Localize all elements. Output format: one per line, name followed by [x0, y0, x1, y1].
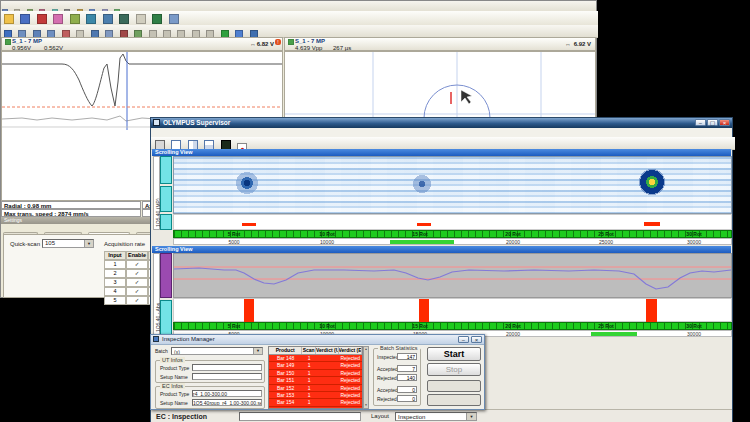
pane2-axis-strip: 1Q5 40 - Abs: [153, 253, 160, 336]
chevron-down-icon[interactable]: ▼: [466, 413, 476, 420]
ec-setup-name-label: Setup Name: [160, 400, 188, 406]
acquisition-main-toolbar: [1, 11, 598, 26]
table-row[interactable]: Bar 1491Rejected: [269, 362, 362, 369]
pane1-axis-strip: 1Q5 40 (MP): [153, 156, 160, 230]
display-icon[interactable]: [119, 14, 129, 24]
clip-icon[interactable]: [70, 14, 80, 24]
ut-setup-name-field[interactable]: [192, 373, 262, 380]
report-icon[interactable]: [86, 14, 96, 24]
minimize-button[interactable]: −: [458, 336, 469, 343]
quick-scan-label: Quick-scan: [10, 241, 40, 248]
ec-range-value: 6.92 V: [574, 41, 591, 48]
supervisor-title: OLYMPUS Supervisor: [163, 119, 230, 126]
table-row[interactable]: Bar 1511Rejected: [269, 377, 362, 384]
pane1-channel-block-1[interactable]: [160, 156, 172, 184]
bscan-heatmap[interactable]: [173, 156, 732, 214]
monitor-icon[interactable]: [152, 14, 162, 24]
inspection-manager-title: Inspection Manager: [162, 336, 215, 342]
reject-bar-2: [419, 299, 429, 322]
pane2-progress-segment: [591, 332, 637, 336]
pane1-position-ruler[interactable]: 5 Rot 10 Rot 15 Rot 20 Rot 25 Rot 30 Rot: [173, 230, 732, 238]
disabled-button-2: [427, 394, 481, 406]
strip-chart-waveform: [174, 254, 731, 297]
pane2-position-ruler[interactable]: 5 Rot 10 Rot 15 Rot 20 Rot 25 Rot 30 Rot: [173, 322, 732, 330]
pane1-channel-block-3[interactable]: [160, 214, 172, 230]
grid-header-input: Input: [104, 251, 126, 260]
results-table[interactable]: Product Scan Verdict (UT) Verdict (EC) B…: [268, 346, 363, 409]
ec-pane-header: S_1 - 7 MP 4.639 Vpp 267 µs ↔ 6.92 V: [284, 37, 596, 51]
results-table-header: Product Scan Verdict (UT) Verdict (EC): [269, 347, 362, 355]
ec-product-type-label: Product Type: [160, 391, 189, 397]
save-icon[interactable]: [20, 14, 30, 24]
scrollbar-up-icon[interactable]: ▲: [364, 347, 368, 352]
ut-product-type-field[interactable]: [192, 364, 262, 371]
chevron-down-icon[interactable]: ▼: [253, 348, 262, 354]
ec-setup-name-field[interactable]: 1Q5 40roup_r4_1.00-300.00.set: [192, 399, 262, 406]
status-mode: EC : Inspection: [156, 413, 207, 421]
table-row[interactable]: Bar 1551Rejected: [269, 407, 362, 409]
supervisor-titlebar[interactable]: OLYMPUS Supervisor − ▢ ×: [151, 118, 732, 128]
batch-label: Batch: [155, 348, 168, 354]
pane2-channel-block-1[interactable]: [160, 253, 172, 298]
table-row[interactable]: Bar 1521Rejected: [269, 385, 362, 392]
scrollbar-down-icon[interactable]: ▼: [364, 403, 368, 408]
grid-header-enable: Enable: [126, 251, 148, 260]
resize-h-icon: ↔: [565, 41, 571, 48]
checkbox-checked-icon[interactable]: ✓: [126, 260, 148, 269]
camera-icon[interactable]: [136, 14, 146, 24]
maximize-button[interactable]: ▢: [707, 119, 718, 126]
minimize-button[interactable]: −: [695, 119, 706, 126]
channel-icon: [5, 39, 11, 45]
batch-statistics-group: Batch Statistics Inspected 147 Accepted …: [373, 348, 421, 406]
quick-scan-combo[interactable]: 105▼: [42, 239, 94, 248]
start-button[interactable]: Start: [427, 347, 481, 361]
table-row[interactable]: Bar 1481Rejected: [269, 355, 362, 362]
inspection-manager-titlebar[interactable]: Inspection Manager − ×: [151, 335, 484, 345]
disabled-button-1: [427, 380, 481, 392]
batch-combo[interactable]: (x)▼: [171, 347, 263, 355]
scrolling-view-2-titlebar[interactable]: Scrolling View: [152, 246, 731, 253]
pane1-scale-bar: 5000 10000 15000 20000 25000 30000: [173, 238, 732, 245]
ascan-pane-header: S_1 - 7 MP 0.956V 0.562V ↔ 6.82 V !: [1, 37, 283, 51]
close-button[interactable]: ×: [719, 119, 730, 126]
pane1-alarm-strip: [173, 214, 732, 230]
checkbox-checked-icon[interactable]: ✓: [126, 278, 148, 287]
chevron-down-icon[interactable]: ▼: [84, 240, 93, 247]
pane1-channel-block-2[interactable]: [160, 186, 172, 212]
table-row[interactable]: Bar 1501Rejected: [269, 370, 362, 377]
reject-bar-1: [244, 299, 254, 322]
layout-combo[interactable]: Inspection▼: [395, 412, 477, 421]
setup-wizard-icon[interactable]: [37, 14, 47, 24]
scrolling-view-1-titlebar[interactable]: Scrolling View: [152, 149, 731, 156]
inspection-manager-window: Inspection Manager − × Batch (x)▼ UT Inf…: [150, 334, 485, 410]
table-row[interactable]: Bar 1541Rejected: [269, 399, 362, 406]
close-button[interactable]: ×: [471, 336, 482, 343]
table-row[interactable]: Bar 1531Rejected: [269, 392, 362, 399]
ec-infos-group: EC Infos Product Type r4_1.00-300.00 Set…: [155, 386, 265, 409]
tools-icon[interactable]: [169, 14, 179, 24]
ec-infos-legend: EC Infos: [160, 383, 185, 389]
strip-chart-area[interactable]: [173, 253, 732, 298]
grid-input: 4: [104, 287, 126, 296]
desktop: S_1 - 7 MP 0.956V 0.562V ↔ 6.82 V ! Radi…: [0, 0, 750, 422]
checkbox-checked-icon[interactable]: ✓: [126, 287, 148, 296]
ascan-range-value: 6.82 V: [257, 41, 274, 48]
app-icon: [153, 119, 160, 126]
pane2-channel-block-2[interactable]: [160, 300, 172, 336]
layout-label: Layout: [371, 413, 389, 420]
alarm-mark-3: [644, 222, 660, 226]
alarm-mark-1: [242, 223, 256, 226]
layout-grid-icon[interactable]: [103, 14, 113, 24]
checkbox-checked-icon[interactable]: ✓: [126, 269, 148, 278]
stat-value: 140: [397, 374, 417, 381]
max-speed-readout: Max trans. speed : 2874 mm/s: [1, 209, 141, 217]
ec-product-type-field[interactable]: r4_1.00-300.00: [192, 390, 262, 397]
checkbox-checked-icon[interactable]: ✓: [126, 296, 148, 305]
open-folder-icon[interactable]: [4, 14, 14, 24]
probe-setup-icon[interactable]: [53, 14, 63, 24]
batch-statistics-legend: Batch Statistics: [378, 345, 420, 351]
stop-button[interactable]: Stop: [427, 363, 481, 376]
supervisor-statusbar: EC : Inspection Layout Inspection▼: [151, 409, 732, 422]
ut-setup-name-label: Setup Name: [160, 374, 188, 380]
table-scrollbar[interactable]: ▲ ▼: [363, 346, 369, 409]
